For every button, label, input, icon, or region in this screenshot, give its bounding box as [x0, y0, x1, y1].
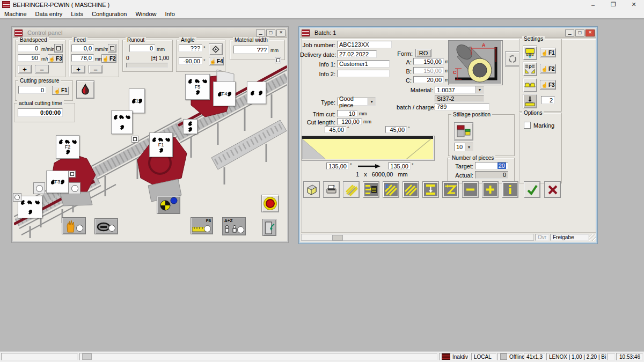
piece-3d-button[interactable] — [303, 181, 320, 198]
marking-checkbox-row[interactable]: Marking — [524, 122, 554, 129]
stillage-combo[interactable]: 10 ▼ — [454, 143, 473, 151]
menu-window[interactable]: Window — [131, 11, 160, 17]
sensor-circle-button[interactable] — [69, 182, 80, 194]
feed-z-button[interactable] — [442, 181, 459, 198]
az-mode-button[interactable]: A+Z — [222, 217, 246, 235]
marker-square-button[interactable] — [69, 171, 76, 178]
clamp-button-f3[interactable]: F3 — [46, 171, 69, 193]
cutting-pressure-fkey-button[interactable]: F1 — [52, 86, 69, 95]
press-count-field[interactable]: 2 — [541, 96, 555, 104]
cut-list-edit-button[interactable]: E — [383, 181, 399, 198]
trapezoid-pieces-button[interactable] — [523, 78, 537, 92]
clamp-button-f11[interactable]: F11 — [129, 88, 145, 113]
feed-minus-button[interactable]: – — [89, 65, 103, 73]
batch-hscrollbar[interactable] — [301, 234, 534, 241]
profile-select-button[interactable] — [505, 51, 520, 67]
measure-f8-button[interactable]: F8 — [191, 217, 213, 234]
bandspeed-minus-button[interactable]: – — [35, 65, 49, 73]
clamp-button-f2[interactable]: F2 — [56, 135, 79, 159]
bandspeed-popup-button[interactable] — [54, 44, 63, 53]
emergency-stop-button[interactable] — [261, 195, 279, 212]
cp-close-button[interactable]: ✕ — [276, 29, 286, 36]
chip-conveyor-button[interactable] — [94, 218, 118, 234]
clamp-button-infeed[interactable] — [111, 110, 133, 134]
infeed-calc-button[interactable] — [363, 181, 379, 198]
batch-titlebar[interactable]: Batch: 1 ▁ ▢ ✕ — [300, 28, 596, 38]
cut-list-button[interactable] — [402, 181, 419, 198]
batch-charge-field[interactable]: 789 — [435, 103, 489, 110]
menu-configuration[interactable]: Configuration — [87, 11, 131, 17]
sensor-circle-button[interactable] — [13, 193, 21, 202]
press-down-button[interactable] — [523, 94, 537, 108]
type-combo[interactable]: Good piece ▼ — [337, 98, 376, 106]
info2-field[interactable] — [337, 70, 390, 77]
target-field[interactable]: 20 — [475, 162, 508, 169]
sensor-circle-button[interactable] — [33, 182, 45, 194]
angle-top-right-field[interactable]: 45,00 — [385, 126, 407, 133]
settings-f1-button[interactable]: F1 — [540, 48, 556, 57]
bundle-button[interactable] — [343, 181, 360, 198]
batch-minimize-button[interactable]: ▁ — [565, 29, 574, 36]
bandspeed-set-field[interactable]: 90 — [18, 54, 40, 62]
cp-minimize-button[interactable]: ▁ — [256, 29, 265, 36]
scrollbar-thumb[interactable] — [332, 235, 343, 241]
stillage-icon-button[interactable] — [454, 122, 473, 141]
job-number-field[interactable]: ABC123XX — [337, 41, 392, 48]
marker-square-button[interactable] — [131, 136, 138, 143]
trim-cut-field[interactable]: 10 — [337, 110, 357, 117]
clamp-button-f5[interactable]: F5 — [185, 74, 210, 100]
delivery-date-field[interactable]: 27.02.2022 — [337, 50, 377, 58]
material-width-field[interactable]: ??? — [233, 46, 269, 54]
feed-actual-field[interactable]: 0,0 — [71, 45, 94, 52]
chevron-down-icon[interactable]: ▼ — [465, 143, 473, 151]
marker-square-button[interactable] — [275, 57, 281, 63]
menu-data-entry[interactable]: Data entry — [31, 11, 67, 17]
angle-fkey-button[interactable]: F4 — [209, 57, 224, 65]
confirm-button[interactable] — [524, 181, 540, 198]
increase-button[interactable] — [482, 181, 499, 198]
clamp-button-small[interactable] — [183, 119, 197, 134]
angle-top-left-field[interactable]: 45,00 — [325, 126, 346, 133]
cp-maximize-button[interactable]: ▢ — [266, 29, 275, 36]
angle-reference-button[interactable] — [209, 43, 223, 55]
decrease-button[interactable] — [462, 181, 479, 198]
menu-machine[interactable]: Machine — [0, 11, 31, 17]
angle-bottom-right-field[interactable]: 135,00 — [388, 162, 411, 169]
bandspeed-actual-field[interactable]: 0 — [18, 45, 40, 52]
batch-close-button[interactable]: ✕ — [586, 29, 595, 36]
close-button[interactable]: ✕ — [624, 0, 644, 9]
minimize-button[interactable]: – — [583, 0, 603, 9]
print-button[interactable]: ? — [323, 181, 340, 198]
clamp-height-button[interactable] — [422, 181, 439, 198]
settings-f3-button[interactable]: F3 — [540, 80, 556, 90]
dim-b-field[interactable]: 150,00 — [413, 67, 444, 74]
menu-info[interactable]: Info — [161, 11, 179, 17]
material-combo[interactable]: 1.0037 ▼ — [435, 86, 484, 94]
feed-popup-button[interactable] — [108, 44, 116, 53]
resize-grip[interactable] — [589, 234, 596, 241]
angle-set-field[interactable]: -90,00 — [179, 57, 202, 65]
blade-guide-button[interactable] — [523, 46, 537, 60]
form-button[interactable]: RO — [415, 49, 431, 57]
manual-mode-button[interactable] — [62, 217, 86, 234]
clamp-button-f1[interactable]: F1 — [149, 132, 173, 157]
feed-set-field[interactable]: 78,0 — [71, 54, 94, 62]
chevron-down-icon[interactable]: ▼ — [368, 98, 375, 105]
cutting-pressure-field[interactable]: 0 — [18, 86, 46, 94]
cancel-button[interactable] — [544, 181, 561, 198]
clamp-button-f4[interactable]: F4 — [213, 82, 236, 106]
feed-fkey-button[interactable]: F2 — [101, 54, 116, 63]
angle-actual-field[interactable]: ??? — [179, 45, 202, 52]
marking-checkbox[interactable] — [524, 122, 531, 129]
bandspeed-plus-button[interactable]: + — [18, 65, 32, 73]
angle-bottom-left-field[interactable]: 135,00 — [326, 162, 349, 169]
feed-plus-button[interactable]: + — [71, 65, 85, 73]
reference-point-button[interactable] — [157, 196, 180, 214]
dim-a-field[interactable]: 150,00 — [413, 58, 444, 65]
door-exit-button[interactable] — [262, 219, 276, 236]
info1-field[interactable]: Customer1 — [337, 60, 390, 68]
clamp-pressure-button[interactable]: P — [523, 62, 537, 76]
info-button[interactable] — [502, 181, 518, 198]
maximize-button[interactable]: ❐ — [603, 0, 624, 9]
batch-maximize-button[interactable]: ▢ — [575, 29, 584, 36]
